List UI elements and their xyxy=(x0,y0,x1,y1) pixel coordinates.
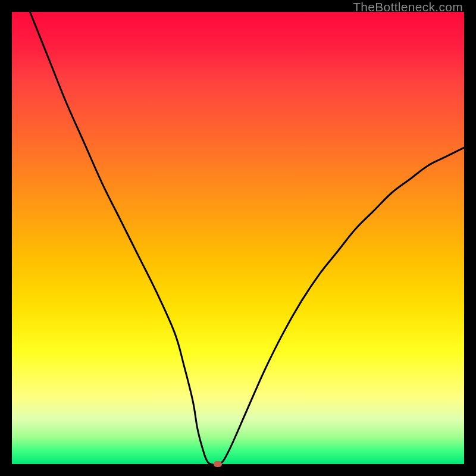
watermark-text: TheBottleneck.com xyxy=(353,0,463,14)
chart-container: TheBottleneck.com xyxy=(0,0,476,476)
plot-gradient-area xyxy=(12,12,464,464)
optimal-marker xyxy=(214,461,222,467)
